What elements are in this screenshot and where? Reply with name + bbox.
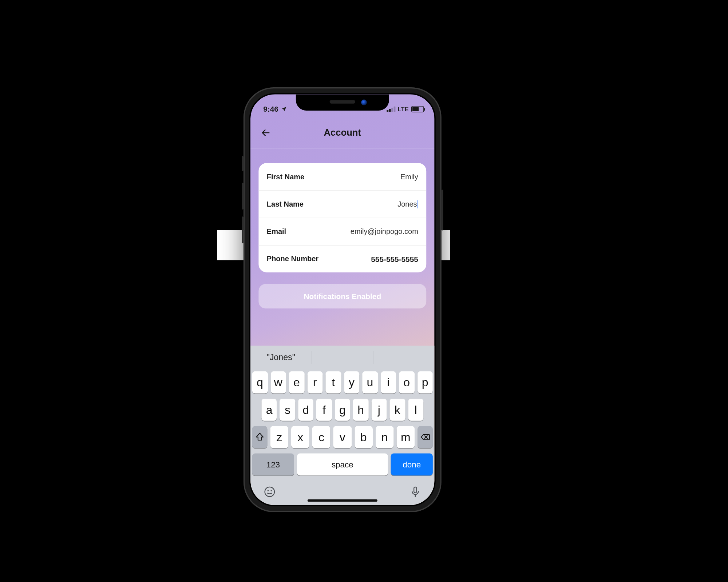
svg-rect-3 [414, 487, 416, 493]
suggestion-text: "Jones" [267, 353, 295, 362]
svg-point-0 [265, 487, 274, 497]
email-field[interactable]: emily@joinpogo.com [335, 228, 418, 236]
first-name-row[interactable]: First Name Emily [258, 163, 426, 190]
key-s[interactable]: s [280, 399, 295, 421]
numbers-key[interactable]: 123 [252, 453, 294, 475]
key-k[interactable]: k [390, 399, 405, 421]
email-label: Email [267, 228, 286, 236]
key-f[interactable]: f [316, 399, 332, 421]
first-name-field[interactable]: Emily [335, 172, 418, 180]
shift-key[interactable] [252, 426, 268, 448]
phone-label: Phone Number [267, 255, 318, 263]
key-z[interactable]: z [270, 426, 288, 448]
space-key-label: space [332, 460, 353, 469]
key-r[interactable]: r [307, 371, 323, 394]
backspace-key[interactable] [418, 426, 433, 448]
key-e[interactable]: e [289, 371, 304, 394]
key-h[interactable]: h [353, 399, 368, 421]
key-u[interactable]: u [362, 371, 377, 394]
suggestion-slot[interactable]: "Jones" [250, 346, 311, 369]
speaker-grille [330, 100, 355, 104]
key-o[interactable]: o [399, 371, 414, 394]
location-icon [281, 105, 287, 112]
email-row[interactable]: Email emily@joinpogo.com [258, 218, 426, 245]
key-v[interactable]: v [333, 426, 352, 448]
key-x[interactable]: x [291, 426, 309, 448]
numbers-key-label: 123 [266, 460, 280, 469]
notifications-enabled-label: Notifications Enabled [304, 292, 381, 300]
key-n[interactable]: n [376, 426, 394, 448]
power-button [442, 190, 443, 231]
account-form-card: First Name Emily Last Name Jones Email e… [258, 163, 426, 272]
notifications-enabled-button[interactable]: Notifications Enabled [258, 284, 426, 308]
last-name-row[interactable]: Last Name Jones [258, 190, 426, 218]
last-name-label: Last Name [267, 200, 304, 208]
first-name-label: First Name [267, 172, 304, 180]
key-t[interactable]: t [325, 371, 341, 394]
space-key[interactable]: space [297, 453, 388, 475]
network-label: LTE [398, 105, 409, 112]
key-w[interactable]: w [270, 371, 286, 394]
page-title: Account [324, 127, 361, 138]
key-d[interactable]: d [298, 399, 313, 421]
key-m[interactable]: m [396, 426, 415, 448]
phone-row[interactable]: Phone Number 555-555-5555 [258, 245, 426, 272]
front-camera [361, 100, 367, 105]
header-divider [250, 148, 435, 148]
suggestion-slot-empty[interactable] [373, 351, 435, 364]
key-b[interactable]: b [355, 426, 373, 448]
key-j[interactable]: j [371, 399, 387, 421]
key-q[interactable]: q [252, 371, 268, 394]
volume-down-button [242, 216, 244, 243]
key-a[interactable]: a [261, 399, 277, 421]
screen: 9:46 LTE [250, 94, 435, 505]
home-indicator[interactable] [308, 499, 377, 502]
dictation-key[interactable] [409, 485, 422, 501]
done-key[interactable]: done [391, 453, 433, 475]
back-button[interactable] [258, 126, 272, 140]
volume-up-button [242, 183, 244, 210]
emoji-key[interactable] [263, 485, 276, 501]
phone-frame: 9:46 LTE [244, 87, 442, 512]
key-g[interactable]: g [335, 399, 350, 421]
keyboard: "Jones" qwertyuiop asdfghjkl zxcvbnm [250, 346, 435, 505]
key-i[interactable]: i [381, 371, 396, 394]
mute-switch [242, 156, 244, 171]
key-l[interactable]: l [408, 399, 423, 421]
keyboard-suggestions: "Jones" [250, 346, 435, 369]
suggestion-slot-empty[interactable] [311, 351, 373, 364]
last-name-field[interactable]: Jones [335, 200, 418, 208]
battery-icon [411, 105, 424, 112]
key-p[interactable]: p [417, 371, 432, 394]
done-key-label: done [403, 460, 421, 469]
notch [296, 94, 389, 111]
nav-bar: Account [250, 120, 435, 146]
svg-point-2 [270, 490, 272, 491]
key-y[interactable]: y [344, 371, 359, 394]
status-time: 9:46 [263, 104, 278, 113]
cellular-signal-icon [387, 106, 395, 112]
phone-field[interactable]: 555-555-5555 [335, 255, 418, 263]
key-c[interactable]: c [312, 426, 331, 448]
svg-point-1 [268, 490, 269, 491]
